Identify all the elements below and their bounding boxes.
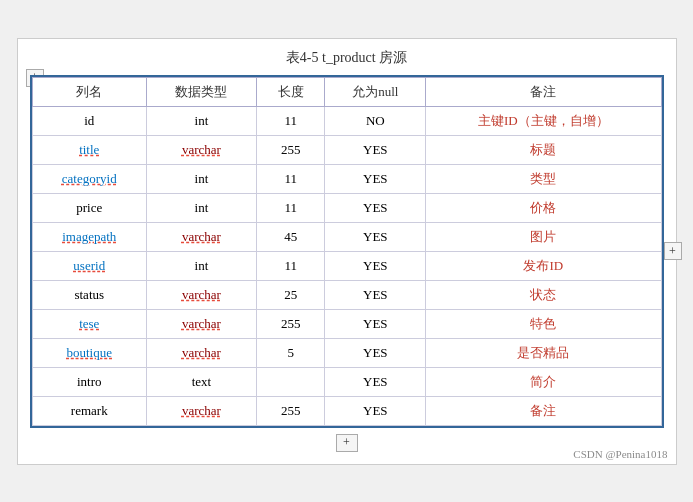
cell-length: 255 xyxy=(256,309,325,338)
header-col-length: 长度 xyxy=(256,77,325,106)
cell-remark: 标题 xyxy=(426,135,661,164)
page-title: 表4-5 t_product 房源 xyxy=(30,49,664,67)
header-col-type: 数据类型 xyxy=(147,77,257,106)
cell-name: userid xyxy=(32,251,147,280)
table-row: imagepathvarchar45YES图片 xyxy=(32,222,661,251)
cell-type: text xyxy=(147,367,257,396)
cell-name: price xyxy=(32,193,147,222)
cell-name: boutique xyxy=(32,338,147,367)
cell-length: 45 xyxy=(256,222,325,251)
cell-type: int xyxy=(147,164,257,193)
cell-remark: 类型 xyxy=(426,164,661,193)
cell-remark: 主键ID（主键，自增） xyxy=(426,106,661,135)
cell-length: 255 xyxy=(256,135,325,164)
cell-length: 25 xyxy=(256,280,325,309)
cell-name: tese xyxy=(32,309,147,338)
cell-remark: 备注 xyxy=(426,396,661,425)
cell-nullable: YES xyxy=(325,164,426,193)
cell-nullable: YES xyxy=(325,193,426,222)
watermark: CSDN @Penina1018 xyxy=(573,448,667,460)
table-row: introtextYES简介 xyxy=(32,367,661,396)
add-button-bottom[interactable]: + xyxy=(336,434,358,452)
cell-type: varchar xyxy=(147,338,257,367)
add-button-right[interactable]: + xyxy=(664,242,682,260)
cell-nullable: YES xyxy=(325,367,426,396)
table-row: tesevarchar255YES特色 xyxy=(32,309,661,338)
cell-length: 11 xyxy=(256,193,325,222)
table-row: useridint11YES发布ID xyxy=(32,251,661,280)
cell-nullable: YES xyxy=(325,251,426,280)
table-row: categoryidint11YES类型 xyxy=(32,164,661,193)
cell-length: 11 xyxy=(256,106,325,135)
cell-name: imagepath xyxy=(32,222,147,251)
table-row: priceint11YES价格 xyxy=(32,193,661,222)
cell-type: varchar xyxy=(147,309,257,338)
cell-nullable: YES xyxy=(325,280,426,309)
cell-name: title xyxy=(32,135,147,164)
cell-remark: 特色 xyxy=(426,309,661,338)
cell-nullable: NO xyxy=(325,106,426,135)
cell-remark: 简介 xyxy=(426,367,661,396)
cell-remark: 状态 xyxy=(426,280,661,309)
cell-type: varchar xyxy=(147,135,257,164)
page-container: 表4-5 t_product 房源 + 列名 数据类型 长度 允为null 备注… xyxy=(17,38,677,465)
cell-remark: 发布ID xyxy=(426,251,661,280)
cell-name: id xyxy=(32,106,147,135)
cell-type: int xyxy=(147,251,257,280)
cell-remark: 价格 xyxy=(426,193,661,222)
cell-type: varchar xyxy=(147,396,257,425)
footer-row: + xyxy=(30,428,664,454)
cell-nullable: YES xyxy=(325,309,426,338)
table-row: idint11NO主键ID（主键，自增） xyxy=(32,106,661,135)
cell-nullable: YES xyxy=(325,135,426,164)
cell-name: categoryid xyxy=(32,164,147,193)
cell-nullable: YES xyxy=(325,396,426,425)
cell-remark: 是否精品 xyxy=(426,338,661,367)
table-row: statusvarchar25YES状态 xyxy=(32,280,661,309)
data-table: 列名 数据类型 长度 允为null 备注 idint11NO主键ID（主键，自增… xyxy=(32,77,662,426)
table-body: idint11NO主键ID（主键，自增）titlevarchar255YES标题… xyxy=(32,106,661,425)
cell-length: 255 xyxy=(256,396,325,425)
table-row: boutiquevarchar5YES是否精品 xyxy=(32,338,661,367)
cell-name: status xyxy=(32,280,147,309)
table-wrapper: 列名 数据类型 长度 允为null 备注 idint11NO主键ID（主键，自增… xyxy=(30,75,664,428)
table-row: titlevarchar255YES标题 xyxy=(32,135,661,164)
cell-name: remark xyxy=(32,396,147,425)
cell-nullable: YES xyxy=(325,222,426,251)
cell-type: varchar xyxy=(147,222,257,251)
table-header-row: 列名 数据类型 长度 允为null 备注 xyxy=(32,77,661,106)
cell-length: 11 xyxy=(256,251,325,280)
cell-type: int xyxy=(147,193,257,222)
cell-length xyxy=(256,367,325,396)
cell-length: 11 xyxy=(256,164,325,193)
cell-name: intro xyxy=(32,367,147,396)
cell-type: varchar xyxy=(147,280,257,309)
cell-nullable: YES xyxy=(325,338,426,367)
cell-type: int xyxy=(147,106,257,135)
header-col-remark: 备注 xyxy=(426,77,661,106)
cell-remark: 图片 xyxy=(426,222,661,251)
header-col-nullable: 允为null xyxy=(325,77,426,106)
cell-length: 5 xyxy=(256,338,325,367)
table-row: remarkvarchar255YES备注 xyxy=(32,396,661,425)
header-col-name: 列名 xyxy=(32,77,147,106)
